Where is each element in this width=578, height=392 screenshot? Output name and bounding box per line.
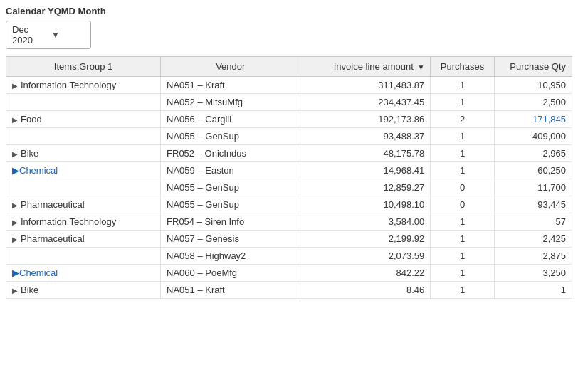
cell-purchases: 1: [431, 77, 494, 94]
cell-purchases: 1: [431, 145, 494, 162]
cell-amount: 234,437.45: [300, 94, 431, 111]
data-table: Items.Group 1 Vendor Invoice line amount…: [6, 56, 572, 299]
cell-amount: 12,859.27: [300, 179, 431, 196]
cell-group[interactable]: ▶Information Technology: [6, 77, 161, 94]
table-row: ▶BikeNA051 – Kraft8.4611: [6, 282, 572, 299]
cell-qty: 10,950: [494, 77, 572, 94]
cell-group[interactable]: ▶Pharmaceutical: [6, 231, 161, 248]
table-row: ▶PharmaceuticalNA057 – Genesis2,199.9212…: [6, 231, 572, 248]
cell-amount: 192,173.86: [300, 111, 431, 128]
cell-amount: 842.22: [300, 265, 431, 282]
table-row: ▶ChemicalNA060 – PoeMfg842.2213,250: [6, 265, 572, 282]
cell-vendor: NA060 – PoeMfg: [161, 265, 300, 282]
cell-group[interactable]: ▶Bike: [6, 282, 161, 299]
col-header-qty: Purchase Qty: [494, 57, 572, 77]
cell-group: [6, 94, 161, 111]
amount-label: Invoice line amount: [334, 61, 414, 72]
cell-purchases: 1: [431, 213, 494, 231]
cell-group[interactable]: ▶Food: [6, 111, 161, 128]
expand-icon: ▶: [12, 150, 18, 158]
expand-icon: ▶: [12, 235, 18, 243]
cell-group[interactable]: ▶Pharmaceutical: [6, 196, 161, 213]
table-row: ▶PharmaceuticalNA055 – GenSup10,498.1009…: [6, 196, 572, 213]
cell-vendor: NA051 – Kraft: [161, 282, 300, 299]
table-row: NA052 – MitsuMfg234,437.4512,500: [6, 94, 572, 111]
dropdown-arrow-icon: ▼: [51, 30, 85, 40]
cell-purchases: 1: [431, 265, 494, 282]
table-row: ▶FoodNA056 – Cargill192,173.862171,845: [6, 111, 572, 128]
cell-qty: 57: [494, 213, 572, 231]
month-dropdown[interactable]: Dec 2020 ▼: [6, 21, 91, 49]
cell-purchases: 1: [431, 282, 494, 299]
cell-group[interactable]: ▶Information Technology: [6, 213, 161, 231]
cell-qty: 2,965: [494, 145, 572, 162]
cell-qty: 2,425: [494, 231, 572, 248]
cell-amount: 311,483.87: [300, 77, 431, 94]
col-header-group: Items.Group 1: [6, 57, 161, 77]
table-row: NA055 – GenSup93,488.371409,000: [6, 128, 572, 145]
cell-amount: 48,175.78: [300, 145, 431, 162]
expand-icon: ▶: [12, 82, 18, 90]
cell-qty: 171,845: [494, 111, 572, 128]
cell-purchases: 1: [431, 128, 494, 145]
cell-qty: 409,000: [494, 128, 572, 145]
expand-icon: ▶: [12, 201, 18, 209]
cell-amount: 8.46: [300, 282, 431, 299]
cell-qty: 2,500: [494, 94, 572, 111]
cell-purchases: 1: [431, 162, 494, 179]
cell-group[interactable]: ▶Chemical: [6, 162, 161, 179]
table-row: NA058 – Highway22,073.5912,875: [6, 248, 572, 265]
cell-vendor: NA055 – GenSup: [161, 196, 300, 213]
cell-qty: 2,875: [494, 248, 572, 265]
cell-vendor: NA055 – GenSup: [161, 128, 300, 145]
cell-group: [6, 248, 161, 265]
cell-qty: 11,700: [494, 179, 572, 196]
cell-amount: 14,968.41: [300, 162, 431, 179]
cell-amount: 2,073.59: [300, 248, 431, 265]
expand-icon: ▶: [12, 165, 19, 176]
cell-vendor: NA056 – Cargill: [161, 111, 300, 128]
cell-vendor: NA055 – GenSup: [161, 179, 300, 196]
cell-purchases: 1: [431, 248, 494, 265]
cell-qty: 60,250: [494, 162, 572, 179]
table-row: NA055 – GenSup12,859.27011,700: [6, 179, 572, 196]
cell-amount: 3,584.00: [300, 213, 431, 231]
cell-vendor: NA057 – Genesis: [161, 231, 300, 248]
cell-purchases: 0: [431, 179, 494, 196]
table-row: ▶Information TechnologyNA051 – Kraft311,…: [6, 77, 572, 94]
cell-group: [6, 179, 161, 196]
cell-vendor: NA051 – Kraft: [161, 77, 300, 94]
cell-vendor: NA058 – Highway2: [161, 248, 300, 265]
cell-group[interactable]: ▶Bike: [6, 145, 161, 162]
table-row: ▶ChemicalNA059 – Easton14,968.41160,250: [6, 162, 572, 179]
cell-vendor: FR052 – OnicIndus: [161, 145, 300, 162]
expand-icon: ▶: [12, 218, 18, 226]
cell-vendor: NA059 – Easton: [161, 162, 300, 179]
cell-vendor: FR054 – Siren Info: [161, 213, 300, 231]
month-selected: Dec 2020: [12, 24, 46, 46]
expand-icon: ▶: [12, 116, 18, 124]
cell-qty: 1: [494, 282, 572, 299]
expand-icon: ▶: [12, 287, 18, 295]
col-header-purchases: Purchases: [431, 57, 494, 77]
cell-qty: 3,250: [494, 265, 572, 282]
table-row: ▶BikeFR052 – OnicIndus48,175.7812,965: [6, 145, 572, 162]
cell-purchases: 1: [431, 94, 494, 111]
cell-purchases: 0: [431, 196, 494, 213]
expand-icon: ▶: [12, 267, 19, 278]
table-header-row: Items.Group 1 Vendor Invoice line amount…: [6, 57, 572, 77]
cell-vendor: NA052 – MitsuMfg: [161, 94, 300, 111]
col-header-amount[interactable]: Invoice line amount ▼: [300, 57, 431, 77]
col-header-vendor: Vendor: [161, 57, 300, 77]
cell-amount: 10,498.10: [300, 196, 431, 213]
cell-amount: 2,199.92: [300, 231, 431, 248]
cell-purchases: 2: [431, 111, 494, 128]
cell-amount: 93,488.37: [300, 128, 431, 145]
table-row: ▶Information TechnologyFR054 – Siren Inf…: [6, 213, 572, 231]
calendar-label: Calendar YQMD Month: [6, 6, 572, 16]
cell-purchases: 1: [431, 231, 494, 248]
cell-group: [6, 128, 161, 145]
cell-qty: 93,445: [494, 196, 572, 213]
sort-desc-icon: ▼: [417, 63, 424, 71]
cell-group[interactable]: ▶Chemical: [6, 265, 161, 282]
